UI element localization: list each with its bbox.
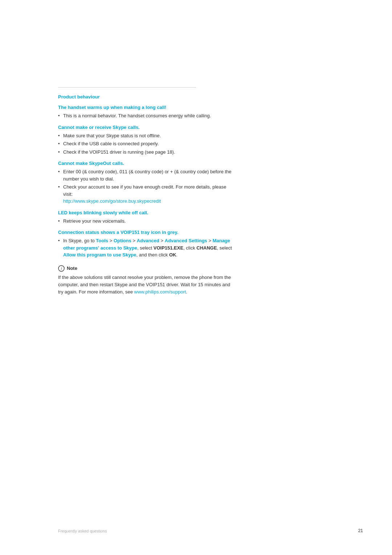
handset-warms-list: This is a normal behavior. The handset c… xyxy=(58,112,232,119)
cannot-make-receive-heading: Cannot make or receive Skype calls. xyxy=(58,125,232,130)
list-item: Check if the USB cable is connected prop… xyxy=(58,140,232,147)
note-header: i Note xyxy=(58,265,232,272)
cannot-skypeout-heading: Cannot make SkypeOut calls. xyxy=(58,161,232,166)
note-section: i Note If the above solutions still cann… xyxy=(58,265,232,296)
list-item: Enter 00 (& country code), 011 (& countr… xyxy=(58,168,232,182)
note-icon: i xyxy=(58,265,65,272)
note-text: If the above solutions still cannot reso… xyxy=(58,274,232,296)
connection-status-list: In Skype, go to Tools > Options > Advanc… xyxy=(58,237,232,259)
voip151exe-label: VOIP151.EXE xyxy=(154,245,183,251)
footer-label: Frequently asked questions xyxy=(58,529,107,533)
content-area: Product behaviour The handset warms up w… xyxy=(58,87,232,296)
footer-area: Frequently asked questions 21 xyxy=(58,528,363,533)
handset-warms-heading: The handset warms up when making a long … xyxy=(58,105,232,110)
product-behaviour-heading: Product behaviour xyxy=(58,94,232,100)
led-blinking-list: Retrieve your new voicemails. xyxy=(58,218,232,225)
page-container: Product behaviour The handset warms up w… xyxy=(0,0,392,555)
allow-program-label: Allow this program to use Skype xyxy=(63,252,136,258)
page-number: 21 xyxy=(358,528,363,533)
options-label: Options xyxy=(114,238,131,243)
list-item: In Skype, go to Tools > Options > Advanc… xyxy=(58,237,232,259)
cannot-skypeout-list: Enter 00 (& country code), 011 (& countr… xyxy=(58,168,232,205)
list-item: Retrieve your new voicemails. xyxy=(58,218,232,225)
list-item: Check if the VOIP151 driver is running (… xyxy=(58,149,232,156)
advanced-label: Advanced xyxy=(137,238,159,243)
change-label: CHANGE xyxy=(196,245,217,251)
skype-credit-link[interactable]: http://www.skype.com/go/store.buy.skypec… xyxy=(63,198,161,204)
philips-support-link[interactable]: www.philips.com/support xyxy=(134,289,186,295)
tools-label: Tools xyxy=(96,238,108,243)
list-item: Make sure that your Skype status is not … xyxy=(58,132,232,139)
list-item: This is a normal behavior. The handset c… xyxy=(58,112,232,119)
led-blinking-heading: LED keeps blinking slowly while off call… xyxy=(58,210,232,215)
cannot-make-receive-list: Make sure that your Skype status is not … xyxy=(58,132,232,156)
ok-label: OK xyxy=(169,252,176,258)
advanced-settings-label: Advanced Settings xyxy=(165,238,207,243)
list-item: Check your account to see if you have en… xyxy=(58,183,232,205)
note-label: Note xyxy=(67,266,77,271)
connection-status-heading: Connection status shows a VOIP151 tray i… xyxy=(58,230,232,235)
section-divider xyxy=(58,87,196,88)
svg-text:i: i xyxy=(61,267,62,271)
